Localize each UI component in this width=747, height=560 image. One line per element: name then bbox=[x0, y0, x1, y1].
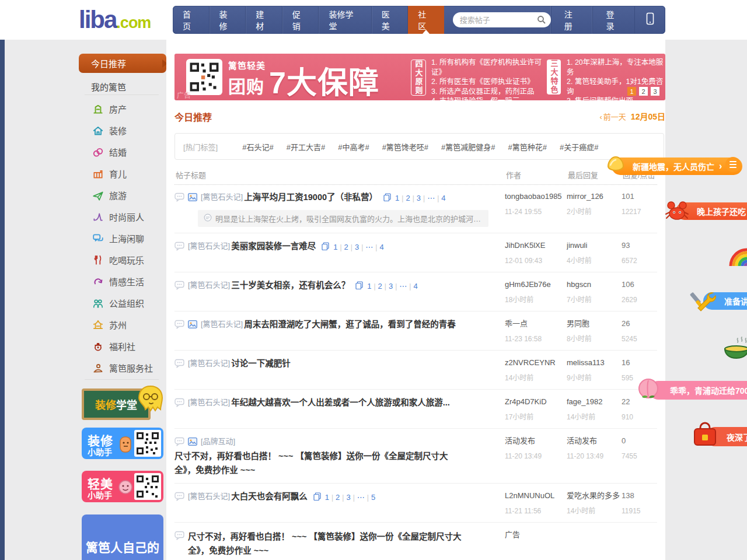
sidebar-item-charity[interactable]: 公益组织 bbox=[5, 292, 166, 314]
renovation-school-banner[interactable]: 装修学堂 bbox=[82, 384, 163, 418]
page-link[interactable]: 2 bbox=[342, 243, 351, 251]
nav-item-community-active[interactable]: 社区 bbox=[408, 6, 444, 34]
post-author[interactable]: 活动发布 bbox=[505, 436, 567, 446]
hot-tag[interactable]: #篱笆减肥健身# bbox=[441, 141, 495, 152]
page-link[interactable]: 4 bbox=[377, 243, 386, 251]
page-link[interactable]: 3 bbox=[344, 493, 352, 502]
last-reply-user[interactable]: fage_1982 bbox=[567, 397, 622, 407]
post-author[interactable]: Zr4p4D7KiD bbox=[505, 397, 567, 407]
hot-tag[interactable]: #篱笆馋老呸# bbox=[382, 141, 428, 152]
last-reply-user[interactable]: hbgscn bbox=[567, 279, 622, 290]
menu-icon[interactable] bbox=[725, 157, 741, 172]
sidebar-item-travel[interactable]: 旅游 bbox=[5, 184, 166, 206]
red-bag-icon[interactable] bbox=[691, 422, 719, 450]
post-title[interactable]: 美丽家园装修一言难尽 bbox=[231, 240, 316, 252]
hot-tag[interactable]: #开工大吉# bbox=[287, 141, 325, 152]
page-link[interactable]: 4 bbox=[411, 282, 420, 290]
post-author[interactable]: z2NVRCEYNR bbox=[505, 358, 567, 368]
ad-page-3[interactable]: 3 bbox=[651, 87, 659, 96]
rainbow-icon[interactable] bbox=[728, 244, 747, 270]
page-link[interactable]: 3 bbox=[352, 243, 361, 251]
sidebar-item-property[interactable]: 房产 bbox=[5, 98, 166, 120]
tools-icon[interactable] bbox=[690, 288, 717, 315]
last-reply-user[interactable]: 男同胞 bbox=[567, 318, 622, 329]
hot-tag[interactable]: #关于癌症# bbox=[560, 141, 598, 152]
post-author[interactable]: JihDnK5lXE bbox=[505, 240, 567, 251]
sidebar-item-renovation[interactable]: 装修 bbox=[5, 120, 166, 141]
post-author[interactable]: tongbaobao1985 bbox=[505, 191, 567, 202]
post-author[interactable]: gHm6JEb76e bbox=[505, 279, 567, 290]
last-reply-user[interactable]: jinwuli bbox=[567, 240, 622, 251]
page-link[interactable]: 4 bbox=[439, 194, 448, 202]
post-title[interactable]: 尺寸不对，再好看也白搭！ ~~~ 【篱笆装修】送你一份《全屋定制尺寸大全》，免费… bbox=[174, 449, 455, 477]
ad-page-2[interactable]: 2 bbox=[639, 87, 648, 96]
nav-item-medical[interactable]: 医美 bbox=[372, 6, 409, 34]
news-banner-peach[interactable]: 乖乖，青浦动迁给700万 bbox=[649, 381, 747, 400]
page-link[interactable]: 1 bbox=[331, 243, 340, 251]
prev-day-link[interactable]: 前一天 bbox=[603, 113, 626, 121]
nav-item-renovation[interactable]: 装修 bbox=[210, 6, 246, 34]
post-title[interactable]: 三十岁美女相亲，还有机会么？ bbox=[231, 279, 350, 291]
search-input[interactable] bbox=[453, 12, 551, 27]
top-ad-banner[interactable]: 篱笆轻美 团购 7大保障 四大原则 1. 所有机构有《医疗机构执业许可证》2. … bbox=[174, 54, 665, 100]
soup-bowl-icon[interactable] bbox=[720, 336, 747, 365]
page-link[interactable]: ⋯ bbox=[355, 493, 367, 502]
liba-logo[interactable]: liba.com bbox=[79, 6, 151, 34]
mobile-app-button[interactable] bbox=[634, 6, 665, 34]
chevron-left-icon[interactable]: ‹ bbox=[599, 113, 602, 121]
last-reply-user[interactable]: mirror_126 bbox=[567, 191, 622, 202]
search-icon[interactable] bbox=[537, 15, 546, 24]
last-reply-user[interactable]: 爱吃水果的多多 bbox=[567, 491, 622, 501]
sidebar-item-today-active[interactable]: 今日推荐 bbox=[79, 54, 166, 73]
sidebar-item-wedding[interactable]: 结婚 bbox=[5, 141, 166, 163]
login-link[interactable]: 登录 bbox=[592, 6, 634, 34]
page-link[interactable]: 2 bbox=[376, 282, 385, 290]
post-title[interactable]: 尺寸不对，再好看也白搭！ ~~~ 【篱笆装修】送你一份《全屋定制尺寸大全》，免费… bbox=[188, 530, 480, 558]
sidebar-item-emotions[interactable]: 情感生活 bbox=[5, 271, 166, 292]
dumpling-icon[interactable] bbox=[603, 151, 628, 178]
last-reply-user[interactable]: 活动发布 bbox=[567, 436, 622, 446]
post-title[interactable]: 上海平均月工资19000了（非私营） bbox=[244, 191, 378, 203]
nav-item-promo[interactable]: 促销 bbox=[282, 6, 319, 34]
page-link[interactable]: 5 bbox=[369, 493, 378, 502]
page-link[interactable]: 3 bbox=[414, 194, 423, 202]
post-title[interactable]: 大白天也会有阿飘么 bbox=[231, 491, 308, 502]
sidebar-item-food-fun[interactable]: 吃喝玩乐 bbox=[5, 249, 166, 271]
post-title[interactable]: 年纪越大越喜欢一个人出差或者一个人旅游或和家人旅游... bbox=[231, 397, 450, 408]
nav-item-materials[interactable]: 建材 bbox=[246, 6, 282, 34]
page-link[interactable]: 3 bbox=[386, 282, 395, 290]
sidebar-item-welfare[interactable]: 福利社 bbox=[5, 335, 166, 357]
hot-tag[interactable]: #石头记# bbox=[242, 141, 273, 152]
post-title[interactable]: 周末去阳澄湖吃了大闸蟹，逛了诚品，看到了曾经的青春 bbox=[244, 318, 456, 330]
beauty-helper-banner[interactable]: 轻美 小助手 bbox=[82, 471, 163, 502]
crab-icon[interactable] bbox=[664, 198, 690, 225]
post-author[interactable]: 乖一点 bbox=[505, 318, 567, 329]
page-link[interactable]: 1 bbox=[365, 282, 374, 290]
sidebar-item-fashion[interactable]: 时尚丽人 bbox=[5, 206, 166, 228]
last-reply-user[interactable]: melissa113 bbox=[567, 358, 622, 368]
post-author[interactable]: L2nMNUNuOL bbox=[505, 491, 567, 501]
sidebar-item-suzhou[interactable]: 苏州 bbox=[5, 314, 166, 335]
sidebar-item-service[interactable]: 篱笆服务社 bbox=[5, 357, 166, 379]
page-link[interactable]: ⋯ bbox=[363, 243, 375, 251]
sidebar-item-shanghai-chat[interactable]: 上海闲聊 bbox=[5, 228, 166, 249]
page-link[interactable]: 1 bbox=[323, 493, 331, 502]
renovation-group-banner[interactable]: 篱笆人自己的 装修互助群 bbox=[82, 514, 163, 560]
ad-page-1[interactable]: 1 bbox=[627, 87, 636, 96]
page-link[interactable]: ⋯ bbox=[425, 194, 437, 202]
page-link[interactable]: ⋯ bbox=[397, 282, 409, 290]
page-link[interactable]: 2 bbox=[403, 194, 412, 202]
post-title[interactable]: 讨论一下减肥针 bbox=[231, 358, 291, 369]
peach-icon[interactable] bbox=[635, 376, 662, 405]
hot-tag[interactable]: #篱笆种花# bbox=[508, 141, 547, 152]
renovation-helper-banner[interactable]: 装修 小助手 bbox=[82, 428, 163, 459]
sidebar-item-parenting[interactable]: 育儿 bbox=[5, 163, 166, 184]
hot-tag[interactable]: #中高考# bbox=[338, 141, 369, 152]
register-link[interactable]: 注册 bbox=[551, 6, 593, 34]
nav-item-school[interactable]: 装修学堂 bbox=[319, 6, 371, 34]
news-banner-earthquake[interactable]: 新疆地震，无人员伤亡› bbox=[612, 158, 742, 175]
page-link[interactable]: 1 bbox=[393, 194, 402, 202]
page-link[interactable]: 2 bbox=[333, 493, 342, 502]
nav-item-home[interactable]: 首页 bbox=[173, 6, 210, 34]
sidebar-item-my-liba[interactable]: 我的篱笆 bbox=[91, 80, 126, 93]
